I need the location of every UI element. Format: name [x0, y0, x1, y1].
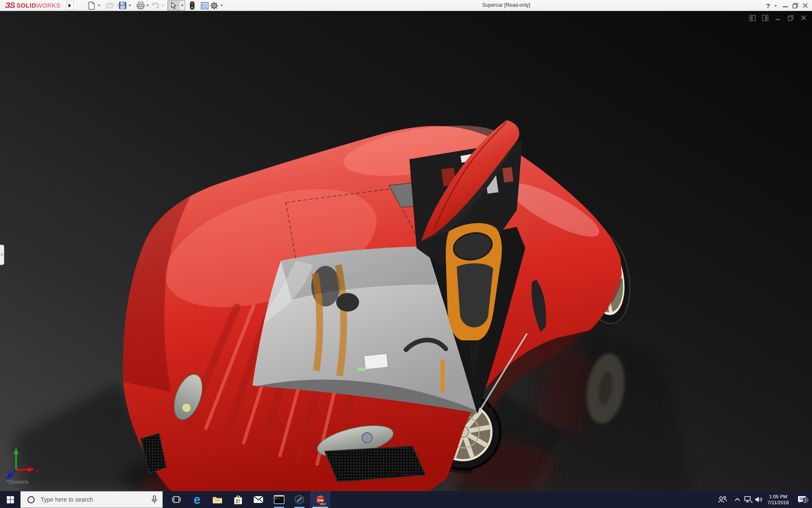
save-floppy-icon: [119, 2, 126, 9]
taskbar-solidworks[interactable]: SW 2017: [310, 491, 330, 508]
task-view-button[interactable]: [166, 491, 187, 508]
solidworks-logo-glyph: ЗS: [5, 1, 15, 10]
graphics-viewport[interactable]: x z *Dimetric: [0, 11, 812, 491]
open-button[interactable]: [106, 1, 114, 10]
taskbar-mail[interactable]: [248, 491, 269, 508]
arrow-right-icon: [69, 3, 71, 8]
options-button[interactable]: [210, 1, 218, 10]
options-dropdown[interactable]: [220, 5, 223, 6]
taskbar-cmd[interactable]: C:\_: [269, 491, 289, 508]
new-document-icon: [88, 2, 95, 10]
help-dropdown[interactable]: [774, 5, 777, 7]
start-button[interactable]: [0, 491, 20, 508]
taskbar: e: [0, 491, 812, 508]
undo-button[interactable]: [151, 1, 159, 10]
taskbar-edge[interactable]: e: [187, 491, 207, 508]
title-bar: ЗS SOLIDWORKS: [0, 0, 812, 11]
new-document-button[interactable]: [87, 1, 96, 10]
printer-icon: [137, 2, 145, 9]
3d-model-supercar[interactable]: [0, 11, 812, 491]
store-icon: [233, 495, 243, 505]
taskbar-search[interactable]: [20, 491, 163, 508]
cortana-icon: [27, 496, 35, 503]
taskbar-edrawings[interactable]: [289, 491, 310, 508]
save-button[interactable]: [118, 1, 127, 10]
sw-icon-year: 2017: [320, 502, 326, 505]
bumper-grille[interactable]: [325, 446, 425, 482]
solidworks-window: ЗS SOLIDWORKS: [0, 0, 812, 508]
document-window-controls: [749, 14, 807, 21]
list-panel-icon: [201, 2, 208, 9]
traffic-light-icon: [190, 1, 195, 10]
doc-restore-icon[interactable]: [787, 14, 794, 21]
tray-expand-button[interactable]: [732, 491, 743, 508]
properties-button[interactable]: [200, 1, 209, 10]
minimize-icon: [783, 3, 788, 8]
undo-arrow-icon: [151, 2, 159, 9]
select-tool-button[interactable]: [167, 0, 185, 11]
rebuild-button[interactable]: [188, 1, 196, 10]
task-view-icon: [172, 496, 181, 503]
document-title: Supercar [Read-only]: [464, 2, 549, 8]
mail-icon: [253, 496, 263, 503]
undo-dropdown[interactable]: [162, 5, 164, 6]
hexagon-app-icon: [294, 494, 304, 505]
select-tool-dropdown[interactable]: [179, 1, 185, 10]
solidworks-app-icon: SW 2017: [315, 494, 326, 505]
clock-time: 1:05 PM: [763, 494, 793, 500]
volume-button[interactable]: [754, 491, 764, 508]
network-icon: [744, 496, 752, 503]
search-input[interactable]: [40, 496, 151, 503]
clock-date: 7/11/2018: [763, 500, 793, 505]
print-dropdown[interactable]: [146, 5, 149, 6]
triad-x-label: x: [35, 468, 38, 475]
command-prompt-icon: C:\_: [274, 495, 285, 504]
network-button[interactable]: [743, 491, 754, 508]
file-explorer-icon: [212, 496, 222, 504]
gear-icon: [210, 2, 218, 10]
window-pane-icon[interactable]: [749, 14, 756, 21]
feature-panel-collapsed-tab[interactable]: [0, 245, 4, 265]
notification-badge: 3: [802, 497, 808, 503]
edge-icon: e: [194, 494, 200, 506]
cmd-prompt-text: C:\_: [275, 497, 282, 500]
open-folder-icon: [106, 2, 114, 9]
new-dropdown[interactable]: [98, 5, 100, 6]
restore-icon: [793, 3, 798, 8]
select-cursor-icon: [171, 2, 176, 9]
tab-dot: [1, 254, 3, 256]
view-orientation-label: *Dimetric: [7, 479, 29, 485]
window-split-icon[interactable]: [762, 14, 769, 21]
chevron-up-icon: [735, 498, 740, 501]
print-button[interactable]: [136, 1, 145, 10]
solidworks-logo: ЗS SOLIDWORKS: [5, 0, 60, 11]
taskbar-file-explorer[interactable]: [207, 491, 228, 508]
people-button[interactable]: [715, 491, 730, 508]
windows-logo-icon: [7, 496, 14, 503]
sw-icon-label: SW: [317, 498, 324, 502]
speaker-icon: [755, 496, 763, 503]
microphone-icon[interactable]: [151, 495, 157, 504]
taskbar-clock[interactable]: 1:05 PM 7/11/2018: [763, 491, 793, 508]
close-button[interactable]: [800, 0, 810, 11]
people-icon: [718, 496, 727, 503]
menu-expand-button[interactable]: [66, 1, 74, 10]
action-center-button[interactable]: 3: [793, 491, 810, 508]
restore-button[interactable]: [790, 0, 800, 11]
doc-minimize-icon[interactable]: [774, 14, 782, 21]
save-dropdown[interactable]: [129, 5, 131, 6]
close-icon: [803, 3, 808, 8]
taskbar-store[interactable]: [228, 491, 248, 508]
doc-close-icon[interactable]: [800, 14, 807, 21]
help-button[interactable]: ?: [764, 0, 772, 11]
minimize-button[interactable]: [781, 0, 790, 11]
